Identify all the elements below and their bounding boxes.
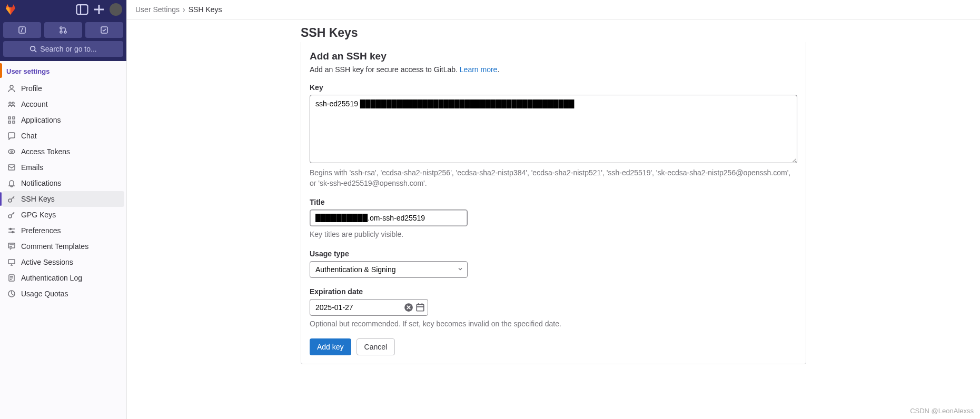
sidebar-section-title: User settings — [0, 61, 126, 78]
svg-point-26 — [12, 232, 14, 233]
cancel-button[interactable]: Cancel — [357, 338, 395, 355]
title-help-text: Key titles are publicly visible. — [310, 230, 797, 240]
sidebar-nav: Profile Account Applications Chat Access… — [0, 78, 126, 304]
svg-point-13 — [12, 102, 14, 104]
sidebar-item-emails[interactable]: Emails — [2, 159, 124, 175]
svg-rect-17 — [13, 121, 15, 123]
content-area: Add an SSH key Add an SSH key for secure… — [127, 40, 980, 375]
expiration-label: Expiration date — [310, 287, 797, 296]
svg-point-18 — [8, 149, 15, 154]
sidebar-item-active-sessions[interactable]: Active Sessions — [2, 254, 124, 270]
quota-icon — [7, 290, 16, 298]
panel-description: Add an SSH key for secure access to GitL… — [310, 65, 797, 74]
sidebar-item-notifications[interactable]: Notifications — [2, 175, 124, 191]
svg-point-19 — [11, 151, 13, 153]
breadcrumb-parent[interactable]: User Settings — [135, 5, 180, 14]
svg-rect-15 — [13, 117, 15, 119]
key-icon — [7, 195, 16, 203]
svg-rect-27 — [8, 243, 15, 248]
sidebar-item-authentication-log[interactable]: Authentication Log — [2, 270, 124, 286]
user-icon — [7, 84, 16, 93]
svg-point-7 — [64, 31, 66, 33]
svg-rect-16 — [8, 121, 11, 123]
add-key-button[interactable]: Add key — [310, 338, 351, 355]
sidebar-item-preferences[interactable]: Preferences — [2, 223, 124, 238]
calendar-icon[interactable] — [415, 303, 425, 312]
user-avatar[interactable] — [110, 3, 122, 16]
sidebar-toggle-icon[interactable] — [76, 3, 88, 16]
chat-icon — [7, 132, 16, 140]
svg-point-5 — [60, 27, 62, 29]
key-icon — [7, 211, 16, 219]
key-label: Key — [310, 83, 797, 92]
main-content: User Settings › SSH Keys SSH Keys Add an… — [127, 0, 980, 419]
title-label: Title — [310, 198, 797, 206]
merge-requests-button[interactable] — [44, 22, 82, 38]
usage-type-select[interactable]: Authentication & Signing — [310, 261, 468, 278]
email-icon — [7, 163, 16, 172]
breadcrumb: User Settings › SSH Keys — [127, 0, 980, 19]
svg-point-12 — [9, 102, 11, 104]
bell-icon — [7, 179, 16, 187]
page-header: SSH Keys — [127, 19, 980, 40]
sidebar-item-profile[interactable]: Profile — [2, 81, 124, 96]
sidebar-item-applications[interactable]: Applications — [2, 112, 124, 128]
title-input[interactable] — [310, 210, 468, 226]
sidebar-item-gpg-keys[interactable]: GPG Keys — [2, 207, 124, 223]
sidebar-item-chat[interactable]: Chat — [2, 128, 124, 144]
svg-point-6 — [60, 31, 62, 33]
comment-icon — [7, 242, 16, 251]
topbar — [0, 0, 126, 19]
page-title: SSH Keys — [301, 26, 972, 40]
svg-point-11 — [10, 85, 13, 88]
key-help-text: Begins with 'ssh-rsa', 'ecdsa-sha2-nistp… — [310, 168, 797, 188]
section-active-indicator — [0, 63, 2, 78]
form-buttons: Add key Cancel — [310, 338, 797, 355]
account-icon — [7, 100, 16, 108]
gitlab-logo-icon[interactable] — [4, 3, 17, 16]
sidebar-item-usage-quotas[interactable]: Usage Quotas — [2, 286, 124, 302]
action-buttons-row — [0, 19, 126, 41]
sidebar-item-access-tokens[interactable]: Access Tokens — [2, 144, 124, 159]
svg-rect-20 — [8, 165, 15, 170]
chevron-right-icon: › — [183, 5, 185, 14]
token-icon — [7, 147, 16, 156]
sessions-icon — [7, 258, 16, 266]
sidebar-item-ssh-keys[interactable]: SSH Keys — [2, 191, 124, 207]
sidebar: Search or go to... User settings Profile… — [0, 0, 127, 419]
plus-icon[interactable] — [93, 3, 105, 16]
sidebar-item-comment-templates[interactable]: Comment Templates — [2, 238, 124, 254]
key-textarea[interactable]: ssh-ed25519 ████████████████████████████… — [310, 95, 797, 163]
sidebar-item-account[interactable]: Account — [2, 96, 124, 112]
preferences-icon — [7, 226, 16, 235]
applications-icon — [7, 116, 16, 124]
breadcrumb-current: SSH Keys — [189, 5, 222, 14]
search-label: Search or go to... — [40, 45, 96, 53]
add-ssh-key-panel: Add an SSH key Add an SSH key for secure… — [301, 42, 806, 364]
svg-point-9 — [31, 46, 35, 51]
watermark-text: CSDN @LeonAlexss — [910, 407, 974, 415]
learn-more-link[interactable]: Learn more — [460, 65, 498, 74]
svg-rect-14 — [8, 117, 11, 119]
search-row: Search or go to... — [0, 41, 126, 61]
todos-button[interactable] — [85, 22, 123, 38]
log-icon — [7, 274, 16, 282]
svg-rect-30 — [8, 260, 15, 264]
svg-rect-0 — [77, 5, 88, 14]
usage-type-label: Usage type — [310, 250, 797, 258]
clear-date-icon[interactable] — [404, 303, 413, 312]
svg-rect-39 — [417, 304, 424, 311]
svg-point-25 — [10, 228, 12, 230]
expiration-help-text: Optional but recommended. If set, key be… — [310, 319, 797, 330]
panel-title: Add an SSH key — [310, 51, 797, 62]
issues-button[interactable] — [3, 22, 41, 38]
svg-line-10 — [35, 51, 37, 53]
search-button[interactable]: Search or go to... — [3, 41, 123, 57]
